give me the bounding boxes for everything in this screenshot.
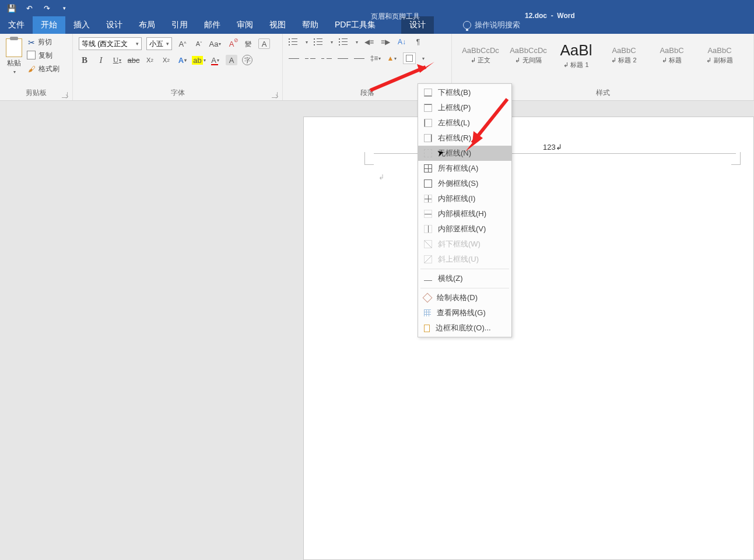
scissors-icon: ✂ <box>28 38 35 47</box>
italic-button[interactable]: I <box>95 55 107 65</box>
copy-button[interactable]: 复制 <box>28 51 59 61</box>
border-menu-item[interactable]: 绘制表格(D) <box>418 290 511 305</box>
subscript-button[interactable]: X2 <box>144 55 156 65</box>
line-spacing-button[interactable]: ‡≡▾ <box>370 54 381 63</box>
font-size-combo[interactable]: 小五▾ <box>146 37 172 50</box>
chevron-down-icon[interactable]: ▾ <box>356 40 358 45</box>
tab-layout[interactable]: 布局 <box>131 16 163 34</box>
tab-design[interactable]: 设计 <box>98 16 131 34</box>
format-painter-label: 格式刷 <box>38 64 59 74</box>
styles-gallery[interactable]: AaBbCcDc↲ 正文AaBbCcDc↲ 无间隔AaBl↲ 标题 1AaBbC… <box>455 36 750 73</box>
phonetic-guide-button[interactable]: 變 <box>242 38 254 49</box>
superscript-button[interactable]: X2 <box>160 55 172 65</box>
borders-dropdown-arrow[interactable]: ▾ <box>422 56 425 61</box>
show-marks-button[interactable]: ¶ <box>413 37 423 47</box>
bord-none-icon <box>424 149 432 157</box>
cut-button[interactable]: ✂剪切 <box>28 37 59 47</box>
border-menu-item[interactable]: 内部竖框线(V) <box>418 221 511 237</box>
borders-button[interactable] <box>403 52 416 64</box>
format-painter-button[interactable]: 🖌格式刷 <box>28 64 59 74</box>
tab-view[interactable]: 视图 <box>261 16 294 34</box>
distribute-button[interactable] <box>354 54 364 63</box>
tab-insert[interactable]: 插入 <box>65 16 98 34</box>
border-menu-item[interactable]: 斜下框线(W) <box>418 237 511 252</box>
shrink-font-button[interactable]: Aˇ <box>193 38 205 49</box>
change-case-button[interactable]: Aa▾ <box>209 38 221 49</box>
shading-button[interactable]: ▲▾ <box>387 54 397 63</box>
numbering-button[interactable] <box>314 37 324 47</box>
save-icon[interactable]: 💾 <box>7 3 16 13</box>
undo-icon[interactable]: ↶ <box>24 3 34 13</box>
border-menu-item[interactable]: 查看网格线(G) <box>418 305 511 320</box>
chevron-down-icon[interactable]: ▾ <box>306 40 308 45</box>
header-tab-right <box>731 152 741 165</box>
increase-indent-button[interactable]: ≡▶ <box>380 37 391 47</box>
chevron-down-icon[interactable]: ▾ <box>331 40 333 45</box>
align-center-button[interactable] <box>305 54 315 63</box>
align-right-button[interactable] <box>321 54 332 63</box>
style-name: ↲ 副标题 <box>706 56 732 65</box>
border-menu-item[interactable]: 上框线(P) <box>418 100 511 115</box>
style-item[interactable]: AaBbC↲ 标题 2 <box>601 37 647 73</box>
strikethrough-button[interactable]: abc <box>128 55 139 65</box>
chevron-down-icon: ▾ <box>166 41 169 47</box>
dialog-launcher-icon[interactable] <box>272 92 278 98</box>
title-bar: 💾 ↶ ↷ ▾ 页眉和页脚工具 12.doc - Word <box>0 0 754 16</box>
lightbulb-icon <box>463 21 471 29</box>
style-item[interactable]: AaBl↲ 标题 1 <box>553 37 599 73</box>
text-effects-button[interactable]: A▾ <box>177 55 188 65</box>
char-border-button[interactable]: A <box>258 38 270 49</box>
border-menu-item[interactable]: 右框线(R) <box>418 131 511 146</box>
enclose-char-button[interactable]: 字 <box>242 55 252 65</box>
tab-mail[interactable]: 邮件 <box>196 16 229 34</box>
border-menu-item[interactable]: 斜上框线(U) <box>418 252 511 267</box>
font-name-combo[interactable]: 等线 (西文正文▾ <box>79 37 142 50</box>
align-left-button[interactable] <box>289 54 299 63</box>
bord-out-icon <box>424 179 432 188</box>
bold-button[interactable]: B <box>79 55 90 65</box>
font-name-value: 等线 (西文正文 <box>82 39 128 49</box>
char-shading-button[interactable]: A <box>226 55 237 65</box>
redo-icon[interactable]: ↷ <box>42 3 51 13</box>
tab-review[interactable]: 审阅 <box>229 16 261 34</box>
style-item[interactable]: AaBbC↲ 标题 <box>649 37 695 73</box>
style-item[interactable]: AaBbCcDc↲ 正文 <box>458 37 503 73</box>
border-menu-item[interactable]: 内部框线(I) <box>418 191 511 206</box>
header-page-number[interactable]: 123↲ <box>543 143 562 152</box>
decrease-indent-button[interactable]: ◀≡ <box>364 37 374 47</box>
grow-font-button[interactable]: A^ <box>177 38 188 49</box>
border-menu-item-no-border[interactable]: 无框线(N) <box>418 146 511 161</box>
qat-customize-icon[interactable]: ▾ <box>59 3 69 13</box>
highlight-button[interactable]: ab▾ <box>193 55 205 65</box>
style-item[interactable]: AaBbC↲ 副标题 <box>697 37 742 73</box>
bullets-button[interactable] <box>289 37 299 47</box>
bord-bottom-icon <box>424 89 432 97</box>
style-item[interactable]: AaBbCcDc↲ 无间隔 <box>506 37 551 73</box>
border-menu-item[interactable]: 边框和底纹(O)... <box>418 320 511 336</box>
multilevel-list-button[interactable] <box>339 37 349 47</box>
tab-help[interactable]: 帮助 <box>294 16 327 34</box>
paste-icon <box>6 38 22 57</box>
border-menu-item[interactable]: 所有框线(A) <box>418 161 511 176</box>
dialog-launcher-icon[interactable] <box>62 92 68 98</box>
document-page[interactable]: 123↲ ↲ <box>303 117 754 560</box>
page-ico-icon <box>424 325 430 332</box>
bord-iv-icon <box>424 225 432 233</box>
paste-button[interactable]: 粘贴 ▾ <box>3 36 24 77</box>
underline-button[interactable]: U▾ <box>111 55 123 65</box>
tab-references[interactable]: 引用 <box>163 16 196 34</box>
border-menu-item[interactable]: 横线(Z) <box>418 271 511 286</box>
font-color-button[interactable]: A▾ <box>209 55 221 65</box>
clear-format-button[interactable]: A⊘ <box>226 38 237 49</box>
tab-file[interactable]: 文件 <box>0 16 33 34</box>
border-menu-item[interactable]: 下框线(B) <box>418 85 511 100</box>
tell-me-search[interactable]: 操作说明搜索 <box>463 16 520 34</box>
border-menu-item[interactable]: 外侧框线(S) <box>418 176 511 191</box>
justify-button[interactable] <box>338 54 348 63</box>
border-menu-item[interactable]: 内部横框线(H) <box>418 206 511 221</box>
border-menu-item[interactable]: 左框线(L) <box>418 115 511 131</box>
menu-separator <box>420 288 509 288</box>
style-preview: AaBbC <box>707 46 731 55</box>
sort-button[interactable]: A↓ <box>397 37 407 47</box>
tab-home[interactable]: 开始 <box>33 16 65 34</box>
